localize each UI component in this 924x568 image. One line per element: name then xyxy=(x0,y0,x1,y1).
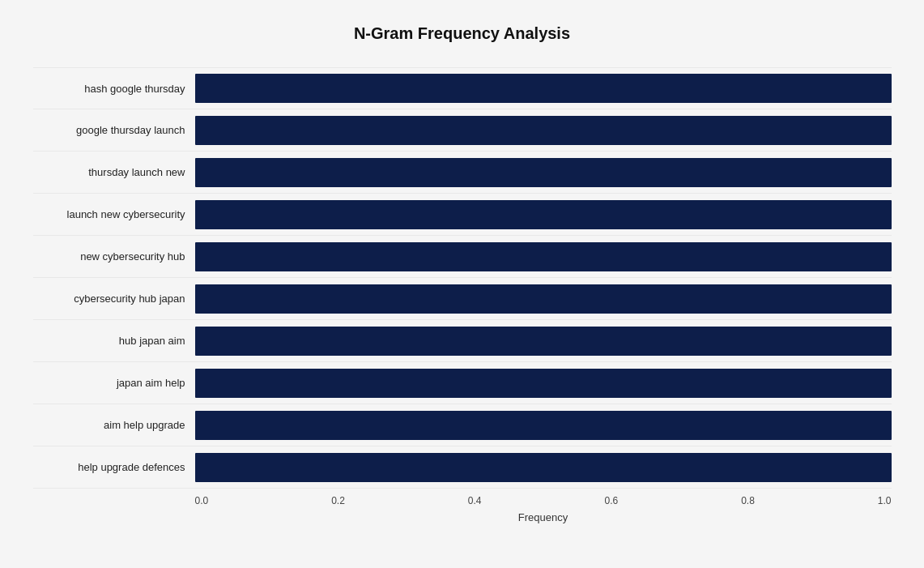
bar-row: japan aim help xyxy=(33,362,892,404)
bar-fill xyxy=(195,116,892,145)
bar-fill xyxy=(195,453,892,482)
bar-fill xyxy=(195,242,892,271)
bar-row: hash google thursday xyxy=(33,67,892,109)
bar-label: thursday launch new xyxy=(33,166,195,178)
x-axis-tick: 0.2 xyxy=(331,495,345,506)
bar-fill xyxy=(195,369,892,398)
bar-row: google thursday launch xyxy=(33,109,892,152)
x-axis-tick: 0.8 xyxy=(741,495,755,506)
x-axis-tick: 1.0 xyxy=(878,495,892,506)
x-axis-area: 0.00.20.40.60.81.0 Frequency xyxy=(195,495,892,523)
bar-row: thursday launch new xyxy=(33,152,892,194)
bar-label: hash google thursday xyxy=(33,83,195,95)
bar-track xyxy=(195,116,892,145)
bar-fill xyxy=(195,200,892,229)
bar-row: help upgrade defences xyxy=(33,446,892,489)
bar-row: aim help upgrade xyxy=(33,404,892,446)
chart-title: N-Gram Frequency Analysis xyxy=(33,24,892,43)
bar-track xyxy=(195,453,892,482)
bar-label: aim help upgrade xyxy=(33,419,195,431)
chart-container: N-Gram Frequency Analysis hash google th… xyxy=(17,0,908,568)
bar-row: new cybersecurity hub xyxy=(33,236,892,278)
bar-track xyxy=(195,200,892,229)
x-axis-tick: 0.0 xyxy=(195,495,209,506)
chart-area: hash google thursdaygoogle thursday laun… xyxy=(33,67,892,489)
bar-label: japan aim help xyxy=(33,377,195,389)
bar-track xyxy=(195,327,892,356)
bar-row: hub japan aim xyxy=(33,320,892,362)
bar-label: new cybersecurity hub xyxy=(33,250,195,263)
bar-fill xyxy=(195,327,892,356)
bar-row: cybersecurity hub japan xyxy=(33,278,892,320)
bar-fill xyxy=(195,74,892,103)
x-axis-tick: 0.6 xyxy=(604,495,618,506)
bar-track xyxy=(195,284,892,314)
bar-fill xyxy=(195,284,892,314)
bar-track xyxy=(195,369,892,398)
bar-track xyxy=(195,74,892,103)
x-axis-labels: 0.00.20.40.60.81.0 xyxy=(195,495,892,506)
bar-fill xyxy=(195,411,892,440)
bar-track xyxy=(195,158,892,187)
bar-label: hub japan aim xyxy=(33,335,195,347)
bar-label: help upgrade defences xyxy=(33,461,195,473)
bar-label: launch new cybersecurity xyxy=(33,208,195,220)
x-axis-tick: 0.4 xyxy=(468,495,482,506)
bar-label: google thursday launch xyxy=(33,124,195,136)
bar-track xyxy=(195,411,892,440)
bar-track xyxy=(195,242,892,271)
x-axis-title: Frequency xyxy=(195,511,892,523)
bar-label: cybersecurity hub japan xyxy=(33,293,195,305)
bar-row: launch new cybersecurity xyxy=(33,194,892,236)
bar-fill xyxy=(195,158,892,187)
